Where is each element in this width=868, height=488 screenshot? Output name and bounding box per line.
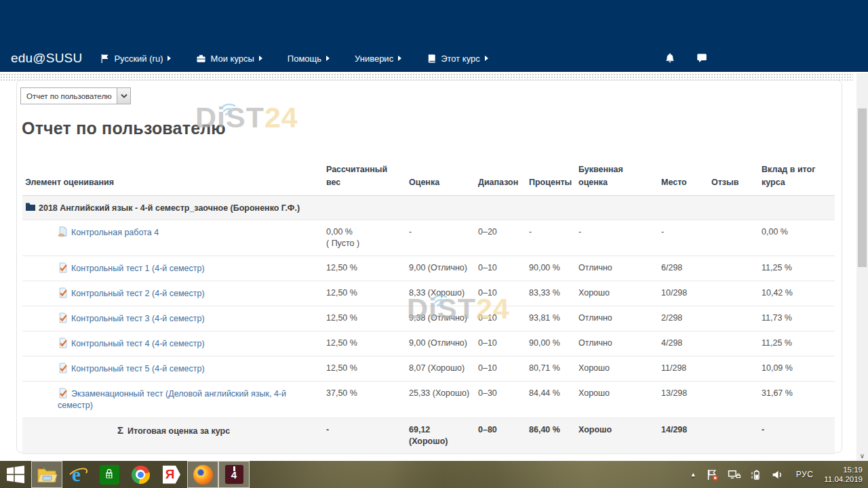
menu-item-label: Русский (ru) xyxy=(114,54,163,64)
menu-item-1[interactable]: Русский (ru) xyxy=(100,54,171,64)
report-type-select[interactable]: Отчет по пользователю xyxy=(20,87,131,104)
grade-item-link[interactable]: Экзаменационный тест (Деловой английский… xyxy=(58,389,286,410)
book-icon xyxy=(427,54,437,64)
grade-row: Контрольный тест 1 (4-й семестр)12,50 %9… xyxy=(22,256,835,281)
range-cell: 0–80 xyxy=(475,418,526,454)
main-menu: Русский (ru)Мои курсыПомощьУниверисЭтот … xyxy=(100,54,513,64)
contribution-cell: 11,25 % xyxy=(759,256,835,281)
rank-cell: 6/298 xyxy=(658,256,709,281)
quiz-icon xyxy=(58,262,68,273)
taskbar-clock[interactable]: 15:19 11.04.2019 xyxy=(824,465,863,484)
grade-item-cell: Экзаменационный тест (Деловой английский… xyxy=(22,382,323,418)
windows-store[interactable] xyxy=(94,461,125,488)
app-4-icon: 4 xyxy=(225,465,243,484)
clock-date: 11.04.2019 xyxy=(824,474,863,484)
weight-cell: 12,50 % xyxy=(323,357,406,382)
grade-item-link[interactable]: Контрольный тест 5 (4-й семестр) xyxy=(71,364,205,373)
percent-cell: 90,00 % xyxy=(526,256,576,281)
rank-cell: 2/298 xyxy=(658,306,709,331)
grade-item-cell: Контрольный тест 2 (4-й семестр) xyxy=(22,281,323,306)
yandex-browser-icon: Я xyxy=(163,466,180,484)
caret-icon xyxy=(167,56,171,61)
feedback-cell xyxy=(709,382,759,418)
report-type-select-value: Отчет по пользователю xyxy=(21,92,117,100)
feedback-cell xyxy=(709,306,759,331)
menu-item-2[interactable]: Мои курсы xyxy=(196,54,262,64)
rank-cell: 11/298 xyxy=(658,357,709,382)
contribution-cell: 10,42 % xyxy=(759,281,835,306)
tray-expand-icon[interactable]: ▲ xyxy=(690,471,696,478)
letter-grade-cell: Хорошо xyxy=(576,382,658,418)
grade-cell: 9,00 (Отлично) xyxy=(406,331,475,357)
quiz-icon xyxy=(58,287,68,298)
grade-item-link[interactable]: Контрольный тест 3 (4-й семестр) xyxy=(71,314,205,323)
firefox[interactable] xyxy=(187,461,218,488)
scrollbar-thumb[interactable] xyxy=(858,108,867,267)
rank-cell: 4/298 xyxy=(658,331,709,357)
menu-item-3[interactable]: Помощь xyxy=(288,54,330,64)
range-cell: 0–10 xyxy=(475,306,526,331)
feedback-cell xyxy=(709,220,759,256)
quiz-icon xyxy=(58,363,68,373)
category-row: 2018 Английский язык - 4-й семестр_заочн… xyxy=(22,196,835,220)
notifications-bell-icon[interactable] xyxy=(665,53,675,64)
yandex-browser[interactable]: Я xyxy=(156,461,187,488)
clock-time: 15:19 xyxy=(824,465,863,474)
category-cell: 2018 Английский язык - 4-й семестр_заочн… xyxy=(22,196,835,220)
grade-item-cell: Контрольный тест 3 (4-й семестр) xyxy=(22,306,323,331)
chrome[interactable] xyxy=(125,461,156,488)
grade-row: Экзаменационный тест (Деловой английский… xyxy=(22,382,835,418)
contribution-cell: 31,67 % xyxy=(759,382,835,418)
brand-logo[interactable]: edu@SUSU xyxy=(11,51,82,66)
messages-icon[interactable] xyxy=(696,53,707,64)
battery-icon[interactable] xyxy=(750,468,762,481)
menu-item-4[interactable]: Универис xyxy=(355,54,401,64)
percent-cell: 86,40 % xyxy=(526,418,576,454)
contribution-cell: 11,73 % xyxy=(759,306,835,331)
weight-cell: 12,50 % xyxy=(323,281,406,306)
weight-cell: 12,50 % xyxy=(323,331,406,357)
contribution-cell: - xyxy=(759,418,835,454)
grade-item-link[interactable]: Контрольная работа 4 xyxy=(71,228,159,237)
internet-explorer[interactable]: e xyxy=(62,461,94,488)
caret-icon xyxy=(259,56,262,61)
briefcase-icon xyxy=(196,54,206,64)
app-4talk[interactable]: 4 xyxy=(218,461,250,488)
select-dropdown-button[interactable] xyxy=(117,88,130,104)
grade-item-cell: Контрольный тест 1 (4-й семестр) xyxy=(22,256,323,281)
quiz-icon xyxy=(58,312,68,323)
menu-item-label: Мои курсы xyxy=(210,54,254,64)
feedback-cell xyxy=(709,281,759,306)
letter-grade-cell: Отлично xyxy=(576,256,658,281)
browser-page: Отчет по пользователю Отчет по пользоват… xyxy=(0,73,868,461)
chrome-icon xyxy=(132,466,150,484)
start-button[interactable] xyxy=(0,461,31,488)
grade-cell: 8,07 (Хорошо) xyxy=(406,357,475,382)
menu-item-5[interactable]: Этот курс xyxy=(427,54,488,64)
rank-cell: 14/298 xyxy=(658,418,709,454)
letter-grade-cell: Хорошо xyxy=(576,281,658,306)
letter-grade-cell: - xyxy=(576,220,658,256)
scrollbar-down-arrow[interactable]: ∨ xyxy=(856,452,868,460)
assignment-icon xyxy=(58,226,68,237)
range-cell: 0–10 xyxy=(475,357,526,382)
network-icon[interactable] xyxy=(728,468,741,481)
grade-item-label: Итоговая оценка за курс xyxy=(127,426,230,436)
action-center-flag-icon[interactable] xyxy=(706,468,719,481)
volume-icon[interactable] xyxy=(771,468,784,481)
file-explorer[interactable] xyxy=(31,461,62,488)
letter-grade-cell: Хорошо xyxy=(576,357,658,382)
grade-item-link[interactable]: Контрольный тест 1 (4-й семестр) xyxy=(71,264,205,273)
rank-cell: 10/298 xyxy=(658,281,709,306)
grade-item-link[interactable]: Контрольный тест 4 (4-й семестр) xyxy=(71,339,205,348)
grade-item-link[interactable]: Контрольный тест 2 (4-й семестр) xyxy=(71,289,205,298)
feedback-cell xyxy=(709,357,759,382)
column-header: Проценты xyxy=(526,161,576,196)
internet-explorer-icon: e xyxy=(68,464,88,485)
percent-cell: 90,00 % xyxy=(526,331,576,357)
grade-report-table: Элемент оцениванияРассчитанный весОценка… xyxy=(22,161,835,454)
browser-scrollbar[interactable]: ∨ xyxy=(856,73,868,461)
firefox-icon xyxy=(193,465,213,485)
language-indicator[interactable]: РУС xyxy=(796,470,814,479)
column-header: Место xyxy=(658,161,709,196)
